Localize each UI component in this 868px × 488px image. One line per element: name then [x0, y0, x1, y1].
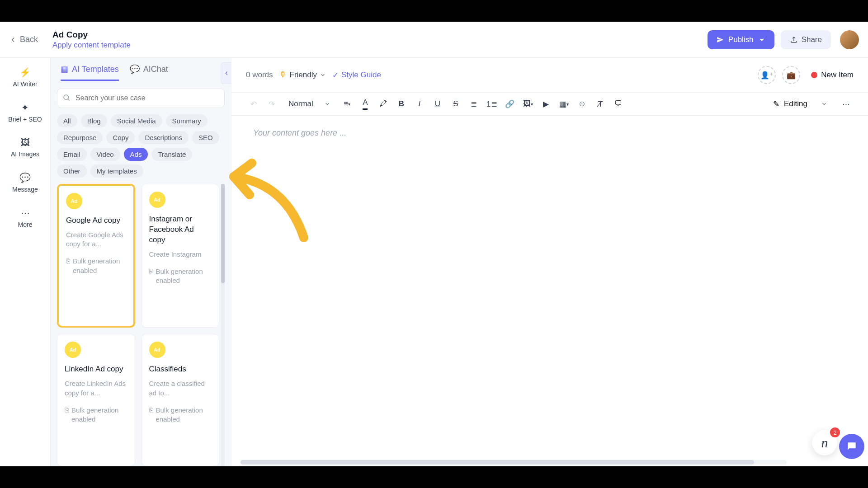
- pencil-icon: ✎: [773, 99, 779, 109]
- collapse-panel-button[interactable]: [221, 62, 231, 84]
- vnav-ai-writer[interactable]: ⚡ AI Writer: [0, 64, 50, 90]
- tab-label: AI Templates: [72, 65, 119, 74]
- undo-button[interactable]: ↶: [246, 96, 261, 112]
- vnav-label: AI Images: [11, 150, 39, 158]
- chip-descriptions[interactable]: Descriptions: [138, 131, 189, 144]
- chevron-left-icon: [223, 70, 230, 76]
- chip-social-media[interactable]: Social Media: [111, 114, 162, 127]
- copy-icon: ⎘: [66, 257, 70, 275]
- chip-copy[interactable]: Copy: [106, 131, 135, 144]
- vnav-label: AI Writer: [13, 80, 37, 88]
- chip-other[interactable]: Other: [57, 164, 87, 178]
- template-cards: Ad Google Ad copy Create Google Ads copy…: [57, 184, 219, 466]
- horizontal-scrollbar[interactable]: [241, 460, 787, 465]
- link-button[interactable]: 🔗: [502, 96, 518, 112]
- editor-toolbar: ↶ ↷ Normal ≡▾ A 🖍 B I U S ≣ 1≣ 🔗 🖼▾ ▶ ▦▾: [231, 92, 868, 116]
- chevron-down-icon: [758, 36, 765, 43]
- comment-button[interactable]: 🗨: [611, 96, 626, 112]
- card-linkedin-ad-copy[interactable]: Ad LinkedIn Ad copy Create LinkedIn Ads …: [57, 334, 135, 466]
- bold-button[interactable]: B: [394, 96, 409, 112]
- chip-blog[interactable]: Blog: [81, 114, 107, 127]
- style-guide-label: Style Guide: [341, 70, 381, 80]
- numbered-list-button[interactable]: 1≣: [484, 96, 500, 112]
- publish-label: Publish: [728, 35, 754, 44]
- mode-label: Editing: [784, 99, 807, 108]
- vnav-ai-images[interactable]: 🖼 AI Images: [0, 135, 50, 160]
- underline-button[interactable]: U: [430, 96, 445, 112]
- chip-summary[interactable]: Summary: [166, 114, 208, 127]
- notifications-button[interactable]: n 2: [812, 430, 837, 455]
- publish-button[interactable]: Publish: [708, 30, 774, 49]
- templates-panel: ▦ AI Templates 💬 AIChat All Blog Social …: [51, 58, 231, 466]
- ad-icon: Ad: [66, 193, 82, 209]
- card-instagram-facebook-ad-copy[interactable]: Ad Instagram or Facebook Ad copy Create …: [142, 184, 220, 328]
- image-icon: 🖼: [21, 137, 30, 148]
- mode-select[interactable]: ✎ Editing: [765, 97, 835, 112]
- clear-format-button[interactable]: T̸: [593, 96, 608, 112]
- card-bulk: ⎘Bulk generation enabled: [65, 406, 127, 424]
- page-title: Ad Copy: [52, 30, 131, 40]
- block-format-label: Normal: [288, 99, 313, 108]
- template-scrollbar[interactable]: [221, 184, 225, 466]
- chip-video[interactable]: Video: [90, 148, 120, 161]
- editor-canvas[interactable]: Your content goes here ...: [231, 116, 868, 466]
- add-collaborator-button[interactable]: 👤⁺: [758, 66, 776, 84]
- add-attachment-button[interactable]: 💼: [782, 66, 800, 84]
- back-label: Back: [20, 35, 38, 44]
- highlight-arrow-icon: [218, 152, 331, 247]
- chevron-down-icon: [821, 101, 827, 107]
- share-button[interactable]: Share: [781, 30, 831, 49]
- microphone-icon: 🎙: [279, 70, 287, 80]
- message-icon: 💬: [19, 172, 31, 183]
- vnav-message[interactable]: 💬 Message: [0, 169, 50, 196]
- strikethrough-button[interactable]: S: [448, 96, 463, 112]
- card-title: Instagram or Facebook Ad copy: [149, 214, 212, 245]
- svg-point-1: [64, 95, 69, 100]
- block-format-select[interactable]: Normal: [282, 97, 337, 111]
- ad-icon: Ad: [149, 192, 165, 208]
- more-icon: ⋯: [21, 207, 30, 218]
- upload-icon: [790, 36, 798, 44]
- vertical-nav: ⚡ AI Writer ✦ Brief + SEO 🖼 AI Images 💬 …: [0, 58, 51, 466]
- vnav-more[interactable]: ⋯ More: [0, 205, 50, 231]
- search-input[interactable]: [57, 88, 225, 108]
- avatar[interactable]: [840, 30, 859, 49]
- card-bulk: ⎘Bulk generation enabled: [66, 257, 126, 275]
- tab-label: AIChat: [143, 65, 168, 74]
- style-guide-button[interactable]: ✓ Style Guide: [332, 70, 381, 80]
- item-status[interactable]: New Item: [811, 70, 854, 80]
- chip-ads[interactable]: Ads: [124, 148, 148, 161]
- card-classifieds[interactable]: Ad Classifieds Create a classified ad to…: [142, 334, 220, 466]
- card-google-ad-copy[interactable]: Ad Google Ad copy Create Google Ads copy…: [57, 184, 135, 328]
- apply-template-link[interactable]: Apply content template: [52, 41, 131, 50]
- text-color-button[interactable]: A: [358, 96, 373, 112]
- italic-button[interactable]: I: [412, 96, 427, 112]
- chip-email[interactable]: Email: [57, 148, 87, 161]
- tab-ai-templates[interactable]: ▦ AI Templates: [61, 64, 119, 81]
- highlight-button[interactable]: 🖍: [376, 96, 391, 112]
- vnav-brief-seo[interactable]: ✦ Brief + SEO: [0, 99, 50, 126]
- card-desc: Create Instagram: [149, 250, 212, 259]
- emoji-button[interactable]: ☺: [575, 96, 590, 112]
- card-desc: Create Google Ads copy for a...: [66, 230, 126, 249]
- tone-selector[interactable]: 🎙 Friendly: [279, 70, 326, 80]
- bullet-list-button[interactable]: ≣: [466, 96, 481, 112]
- back-button[interactable]: Back: [9, 35, 38, 44]
- chip-all[interactable]: All: [57, 114, 77, 127]
- more-toolbar-button[interactable]: ⋯: [838, 96, 854, 112]
- card-title: Google Ad copy: [66, 216, 126, 226]
- chip-my-templates[interactable]: My templates: [90, 164, 143, 178]
- align-button[interactable]: ≡▾: [340, 96, 355, 112]
- video-button[interactable]: ▶: [538, 96, 554, 112]
- image-button[interactable]: 🖼▾: [520, 96, 536, 112]
- briefcase-icon: 💼: [787, 71, 796, 80]
- chip-translate[interactable]: Translate: [151, 148, 192, 161]
- redo-button[interactable]: ↷: [264, 96, 279, 112]
- help-chat-button[interactable]: [839, 434, 864, 459]
- status-dot-icon: [811, 72, 817, 78]
- chip-seo[interactable]: SEO: [192, 131, 219, 144]
- card-title: Classifieds: [149, 364, 212, 375]
- table-button[interactable]: ▦▾: [557, 96, 572, 112]
- chip-repurpose[interactable]: Repurpose: [57, 131, 103, 144]
- tab-aichat[interactable]: 💬 AIChat: [130, 64, 168, 81]
